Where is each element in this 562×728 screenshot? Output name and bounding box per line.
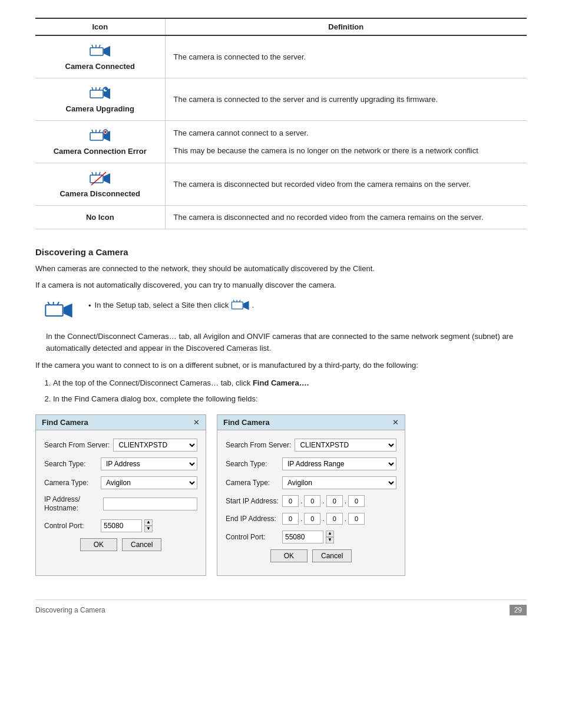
- dialog1-searchtype-select[interactable]: IP Address: [101, 457, 197, 470]
- dialog2-searchtype-label: Search Type:: [226, 460, 279, 468]
- dialog2-startip-4[interactable]: [348, 495, 365, 507]
- camera-connected-definition: The camera is connected to the server.: [165, 35, 527, 78]
- dialog1-server-row: Search From Server: CLIENTXPSTD: [44, 439, 197, 452]
- dialog2-endip-label: End IP Address:: [226, 515, 279, 523]
- dialog1-port-input[interactable]: [101, 519, 142, 532]
- dialog2-endip-1[interactable]: [282, 513, 299, 525]
- dialog2-title: Find Camera: [223, 418, 270, 427]
- camera-connected-icon: [90, 43, 111, 60]
- setup-icon-inline: [231, 299, 250, 313]
- dialog1-searchtype-label: Search Type:: [44, 460, 97, 468]
- camera-disconnected-definition: The camera is disconnected but recorded …: [165, 163, 527, 206]
- dialog1-cancel-button[interactable]: Cancel: [122, 538, 161, 551]
- dialog2-port-row: Control Port: ▲ ▼: [226, 531, 396, 543]
- table-header-icon: Icon: [35, 18, 165, 35]
- dialog2-port-label: Control Port:: [226, 533, 279, 541]
- camera-upgrading-definition: The camera is connected to the server an…: [165, 78, 527, 121]
- dialog2-endip-4[interactable]: [348, 513, 365, 525]
- camera-connected-label: Camera Connected: [65, 62, 135, 71]
- step-1: At the top of the Connect/Disconnect Cam…: [53, 377, 527, 389]
- dialog1-ip-input[interactable]: [103, 498, 197, 510]
- step-2: In the Find Camera dialog box, complete …: [53, 393, 527, 405]
- dialog1-searchtype-row: Search Type: IP Address: [44, 457, 197, 470]
- section-para2: If a camera is not automatically discove…: [35, 279, 527, 291]
- dialog1-title-bar: Find Camera ✕: [36, 415, 206, 430]
- dialog2-endip-2[interactable]: [304, 513, 320, 525]
- dialog2-searchtype-row: Search Type: IP Address Range: [226, 457, 396, 470]
- dialog2-startip-row: Start IP Address: . . .: [226, 495, 396, 507]
- icon-definition-table: Icon Definition Camera Connected The cam…: [35, 18, 527, 229]
- dialog2-title-bar: Find Camera ✕: [217, 415, 405, 430]
- section-para1: When cameras are connected to the networ…: [35, 263, 527, 275]
- camera-upgrading-icon: [90, 85, 111, 102]
- dialog1-title: Find Camera: [42, 418, 88, 427]
- camera-error-definition: The camera cannot connect to a server. T…: [165, 121, 527, 163]
- dialog2-port-down[interactable]: ▼: [326, 537, 334, 543]
- section-heading: Discovering a Camera: [35, 247, 527, 257]
- table-row: Camera Disconnected The camera is discon…: [35, 163, 527, 206]
- dialog1-port-down[interactable]: ▼: [144, 526, 153, 532]
- dialog2-startip-3[interactable]: [326, 495, 343, 507]
- dialog2-server-select[interactable]: CLIENTXPSTD: [295, 439, 396, 452]
- table-header-definition: Definition: [165, 18, 527, 35]
- table-row: No Icon The camera is disconnected and n…: [35, 206, 527, 229]
- dialog1-port-up[interactable]: ▲: [144, 519, 153, 526]
- no-icon-label: No Icon: [86, 213, 114, 222]
- dialog2-endip-3[interactable]: [326, 513, 343, 525]
- camera-upgrading-label: Camera Upgrading: [66, 104, 134, 113]
- dialog2-cameratype-row: Camera Type: Avigilon: [226, 476, 396, 489]
- section-para3: If the camera you want to connect to is …: [35, 360, 527, 371]
- dialog1-cameratype-row: Camera Type: Avigilon: [44, 476, 197, 489]
- table-row: Camera Upgrading The camera is connected…: [35, 78, 527, 121]
- page-number: 29: [510, 605, 527, 615]
- dialog1-ip-row: IP Address/ Hostname:: [44, 495, 197, 513]
- find-camera-dialog-1: Find Camera ✕ Search From Server: CLIENT…: [35, 414, 206, 576]
- steps-list: At the top of the Connect/Disconnect Cam…: [53, 377, 527, 405]
- camera-error-label: Camera Connection Error: [54, 147, 147, 156]
- dialog1-close-button[interactable]: ✕: [193, 418, 200, 427]
- dialog1-ip-label: IP Address/ Hostname:: [44, 495, 100, 513]
- bullet1-text: In the Setup tab, select a Site then cli…: [95, 299, 254, 313]
- discovering-section: Discovering a Camera When cameras are co…: [35, 247, 527, 576]
- dialog1-server-label: Search From Server:: [44, 441, 110, 449]
- dialog2-server-row: Search From Server: CLIENTXPSTD: [226, 439, 396, 452]
- dialog2-startip-2[interactable]: [304, 495, 320, 507]
- camera-disconnected-icon: [90, 170, 111, 187]
- no-icon-definition: The camera is disconnected and no record…: [165, 206, 527, 229]
- dialog2-startip-fields: . . .: [282, 495, 365, 507]
- dialog2-startip-label: Start IP Address:: [226, 497, 279, 505]
- setup-icon-large: [45, 300, 73, 322]
- dialog2-cameratype-select[interactable]: Avigilon: [282, 476, 396, 489]
- dialog2-port-spinner[interactable]: ▲ ▼: [326, 531, 334, 543]
- dialog1-server-select[interactable]: CLIENTXPSTD: [113, 439, 197, 452]
- page-footer: Discovering a Camera 29: [35, 599, 527, 615]
- find-camera-dialog-2: Find Camera ✕ Search From Server: CLIENT…: [217, 414, 405, 576]
- dialog1-cameratype-select[interactable]: Avigilon: [101, 476, 197, 489]
- dialog2-cancel-button[interactable]: Cancel: [312, 549, 352, 562]
- table-row: Camera Connection Error The camera canno…: [35, 121, 527, 163]
- dialog2-close-button[interactable]: ✕: [392, 418, 399, 427]
- camera-disconnected-label: Camera Disconnected: [59, 189, 140, 198]
- dialog2-port-input[interactable]: [282, 531, 323, 543]
- dialog1-port-label: Control Port:: [44, 522, 97, 530]
- dialog2-endip-row: End IP Address: . . .: [226, 513, 396, 525]
- dialog1-cameratype-label: Camera Type:: [44, 479, 97, 487]
- camera-error-icon: [90, 128, 111, 144]
- dialog2-cameratype-label: Camera Type:: [226, 479, 279, 487]
- dialog2-port-up[interactable]: ▲: [326, 531, 334, 537]
- footer-text: Discovering a Camera: [35, 606, 105, 614]
- dialog1-port-spinner[interactable]: ▲ ▼: [144, 519, 153, 532]
- dialog1-port-row: Control Port: ▲ ▼: [44, 519, 197, 532]
- dialog1-ok-button[interactable]: OK: [80, 538, 117, 551]
- table-row: Camera Connected The camera is connected…: [35, 35, 527, 78]
- dialog2-endip-fields: . . .: [282, 513, 365, 525]
- dialog2-ok-button[interactable]: OK: [270, 549, 308, 562]
- dialog2-server-label: Search From Server:: [226, 441, 291, 449]
- dialog2-searchtype-select[interactable]: IP Address Range: [282, 457, 396, 470]
- indent-para: In the Connect/Disconnect Cameras… tab, …: [46, 331, 527, 354]
- dialog2-startip-1[interactable]: [282, 495, 299, 507]
- dialogs-row: Find Camera ✕ Search From Server: CLIENT…: [35, 414, 527, 576]
